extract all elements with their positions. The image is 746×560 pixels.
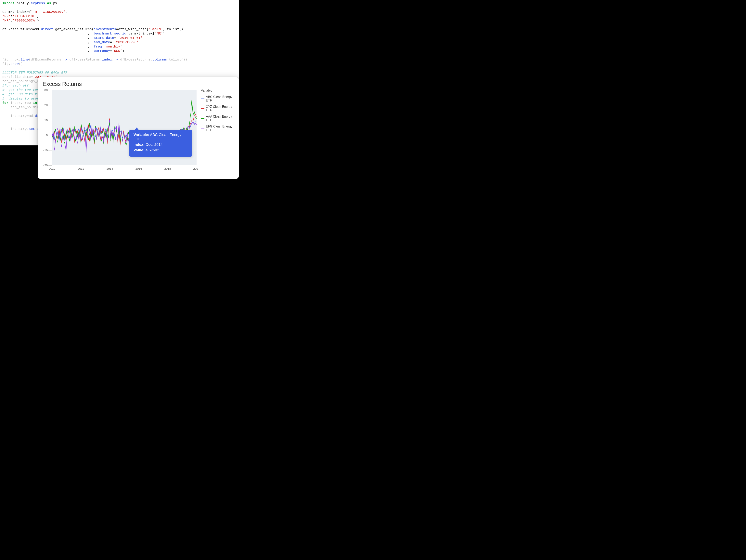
chart-legend: Variable ABC Clean Energy ETFXYZ Clean E… (198, 88, 235, 175)
svg-text:2020: 2020 (193, 167, 198, 170)
legend-title: Variable (201, 89, 235, 92)
legend-item[interactable]: XYZ Clean Energy ETF (201, 105, 235, 112)
svg-text:-20: -20 (43, 164, 48, 167)
svg-text:20: 20 (44, 103, 48, 107)
legend-label: ABC Clean Energy ETF (206, 95, 235, 102)
legend-label: XYZ Clean Energy ETF (206, 105, 235, 112)
legend-swatch (201, 118, 204, 119)
legend-label: EFG Clean Energy ETF (206, 125, 235, 132)
svg-text:-10: -10 (43, 148, 48, 152)
legend-swatch (201, 128, 204, 129)
svg-text:2016: 2016 (136, 167, 142, 170)
svg-text:2012: 2012 (78, 167, 84, 170)
legend-item[interactable]: AAA Clean Energy ETF (201, 115, 235, 122)
legend-item[interactable]: EFG Clean Energy ETF (201, 125, 235, 132)
keyword-import: import (2, 1, 15, 5)
legend-swatch (201, 108, 204, 109)
legend-item[interactable]: ABC Clean Energy ETF (201, 95, 235, 102)
svg-text:0: 0 (46, 133, 48, 137)
svg-text:2010: 2010 (49, 167, 55, 170)
chart-title: Excess Returns (42, 81, 235, 87)
svg-text:2018: 2018 (165, 167, 171, 170)
svg-text:30: 30 (44, 88, 48, 92)
chart-card: Excess Returns 3020100-10-20201020122014… (38, 77, 239, 179)
legend-swatch (201, 99, 204, 99)
chart-plot-area[interactable]: 3020100-10-20201020122014201620182020 Va… (42, 88, 198, 171)
chart-tooltip: Variable: ABC Clean Energy ETF Index: De… (129, 130, 192, 157)
svg-text:10: 10 (44, 118, 48, 122)
svg-text:2014: 2014 (107, 167, 113, 170)
legend-label: AAA Clean Energy ETF (206, 115, 235, 122)
